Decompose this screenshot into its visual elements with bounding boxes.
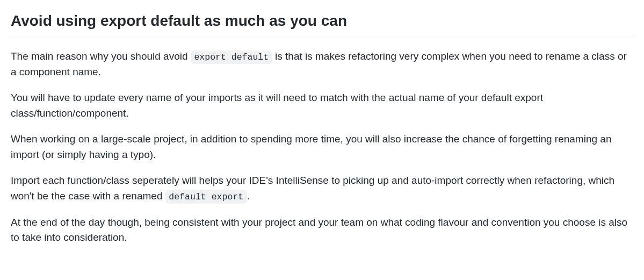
paragraph-3: When working on a large-scale project, i… xyxy=(11,132,633,162)
paragraph-4-text-b: . xyxy=(247,190,250,202)
paragraph-1: The main reason why you should avoid exp… xyxy=(11,49,633,80)
paragraph-1-text-a: The main reason why you should avoid xyxy=(11,51,191,62)
paragraph-5: At the end of the day though, being cons… xyxy=(11,215,633,246)
paragraph-2: You will have to update every name of yo… xyxy=(11,90,633,121)
inline-code-default-export: default export xyxy=(165,190,247,204)
paragraph-4: Import each function/class seperately wi… xyxy=(11,173,633,204)
paragraph-4-text-a: Import each function/class seperately wi… xyxy=(11,175,614,202)
section-heading: Avoid using export default as much as yo… xyxy=(11,10,633,38)
inline-code-export-default: export default xyxy=(191,51,272,64)
